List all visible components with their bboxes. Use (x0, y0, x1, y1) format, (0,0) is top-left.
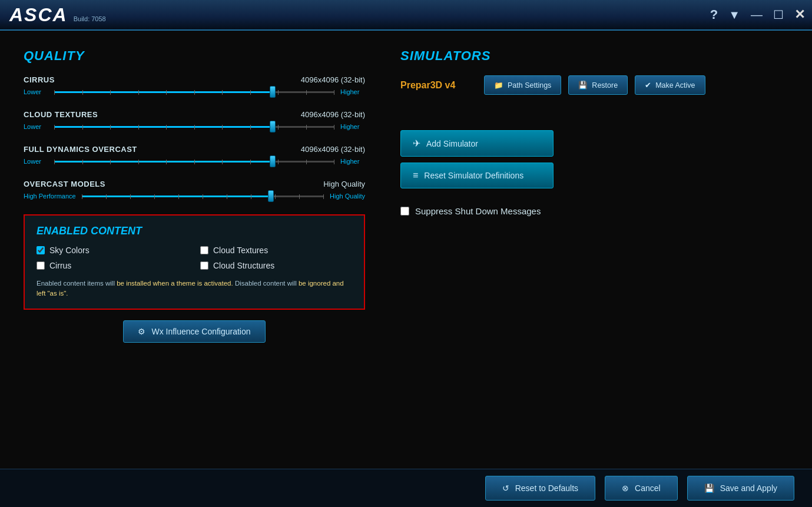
cirrus-high: Higher (340, 88, 365, 95)
note-highlight1: be installed when a theme is activated. (115, 280, 233, 287)
enabled-note: Enabled content items will be installed … (37, 279, 352, 299)
wx-influence-button[interactable]: ⚙ Wx Influence Configuration (123, 320, 265, 343)
cloud-textures-ec-label: Cloud Textures (213, 246, 268, 255)
build-number: Build: 7058 (74, 15, 106, 22)
cloud-textures-low: Lower (24, 123, 48, 130)
cloud-textures-checkbox[interactable] (200, 246, 208, 254)
cloud-textures-label: CLOUD TEXTURES (24, 110, 98, 119)
overcast-models-label: OVERCAST MODELS (24, 180, 105, 188)
save-icon: 💾 (704, 483, 714, 493)
sliders-container: CIRRUS 4096x4096 (32-bit) Lower (24, 75, 365, 201)
full-dynamics-label: FULL DYNAMICS OVERCAST (24, 145, 137, 154)
full-dynamics-slider[interactable] (54, 156, 334, 167)
save-apply-label: Save and Apply (720, 483, 777, 493)
full-dynamics-slider-group: FULL DYNAMICS OVERCAST 4096x4096 (32-bit… (24, 145, 365, 167)
cloud-textures-slider[interactable] (54, 121, 334, 132)
cirrus-value: 4096x4096 (32-bit) (301, 75, 365, 84)
suppress-label: Suppress Shut Down Messages (415, 206, 541, 216)
checkbox-cloud-structures[interactable]: Cloud Structures (200, 261, 352, 270)
enabled-content-box: ENABLED CONTENT Sky Colors Cloud Texture… (24, 214, 365, 310)
restore-icon: 💾 (578, 81, 588, 90)
overcast-models-high: High Quality (330, 193, 365, 200)
suppress-checkbox[interactable] (400, 207, 409, 216)
note-text1: Enabled content items will (37, 280, 115, 287)
overcast-models-value: High Quality (323, 180, 365, 188)
note-text2: Disabled content will (233, 280, 297, 287)
reset-defaults-icon: ↺ (502, 483, 509, 493)
add-simulator-button[interactable]: ✈ Add Simulator (400, 130, 554, 157)
folder-icon: 📁 (494, 81, 503, 90)
window-controls: ? ▼ — ☐ ✕ (710, 7, 805, 22)
full-dynamics-low: Lower (24, 158, 48, 165)
maximize-icon[interactable]: ☐ (773, 8, 784, 22)
full-dynamics-high: Higher (340, 158, 365, 165)
cirrus-ec-label: Cirrus (49, 261, 71, 270)
cirrus-low: Lower (24, 88, 48, 95)
footer: ↺ Reset to Defaults ⊗ Cancel 💾 Save and … (0, 469, 812, 507)
make-active-button[interactable]: ✔ Make Active (635, 75, 705, 95)
overcast-models-slider-group: OVERCAST MODELS High Quality High Perfor… (24, 180, 365, 201)
cloud-textures-slider-group: CLOUD TEXTURES 4096x4096 (32-bit) Lower (24, 110, 365, 132)
checkbox-cirrus[interactable]: Cirrus (37, 261, 188, 270)
wx-button-row: ⚙ Wx Influence Configuration (24, 320, 365, 343)
checkbox-cloud-textures[interactable]: Cloud Textures (200, 246, 352, 255)
simulator-row: Prepar3D v4 📁 Path Settings 💾 Restore ✔ … (400, 75, 788, 95)
close-icon[interactable]: ✕ (794, 7, 805, 22)
cloud-structures-checkbox[interactable] (200, 261, 208, 270)
make-active-label: Make Active (655, 81, 695, 90)
sky-colors-label: Sky Colors (49, 246, 90, 255)
wx-label: Wx Influence Configuration (151, 327, 250, 336)
cloud-textures-high: Higher (340, 123, 365, 130)
minimize-icon[interactable]: — (751, 8, 763, 22)
checkbox-grid: Sky Colors Cloud Textures Cirrus Cloud S… (37, 246, 352, 270)
right-panel: SIMULATORS Prepar3D v4 📁 Path Settings 💾… (365, 48, 788, 469)
titlebar: ASCA Build: 7058 ? ▼ — ☐ ✕ (0, 0, 812, 31)
cirrus-slider[interactable] (54, 87, 334, 97)
cancel-button[interactable]: ⊗ Cancel (605, 476, 678, 501)
wx-icon: ⚙ (138, 327, 145, 336)
help-icon[interactable]: ? (710, 7, 718, 22)
full-dynamics-value: 4096x4096 (32-bit) (301, 145, 365, 154)
active-simulator-name: Prepar3D v4 (400, 80, 477, 91)
cloud-structures-label: Cloud Structures (213, 261, 274, 270)
main-content: QUALITY CIRRUS 4096x4096 (32-bit) Lower (0, 31, 812, 469)
cancel-icon: ⊗ (622, 483, 629, 493)
add-simulator-label: Add Simulator (426, 139, 478, 148)
suppress-row[interactable]: Suppress Shut Down Messages (400, 206, 788, 216)
dropdown-icon[interactable]: ▼ (728, 8, 740, 22)
reset-def-icon: ≡ (413, 170, 418, 181)
simulator-buttons: ✈ Add Simulator ≡ Reset Simulator Defini… (400, 130, 788, 188)
sky-colors-checkbox[interactable] (37, 246, 45, 254)
overcast-models-low: High Performance (24, 193, 76, 200)
restore-label: Restore (592, 81, 618, 90)
save-apply-button[interactable]: 💾 Save and Apply (687, 476, 794, 501)
quality-section-title: QUALITY (24, 48, 365, 64)
reset-defaults-label: Reset to Defaults (515, 483, 578, 493)
airplane-icon: ✈ (413, 138, 420, 149)
app-logo: ASCA (9, 4, 68, 26)
reset-definitions-label: Reset Simulator Definitions (424, 171, 523, 180)
enabled-content-title: ENABLED CONTENT (37, 225, 352, 237)
cirrus-label: CIRRUS (24, 75, 55, 84)
simulators-section-title: SIMULATORS (400, 48, 788, 64)
cirrus-checkbox[interactable] (37, 261, 45, 270)
overcast-models-slider[interactable] (82, 191, 324, 201)
path-settings-label: Path Settings (508, 81, 551, 90)
cloud-textures-value: 4096x4096 (32-bit) (301, 110, 365, 119)
reset-definitions-button[interactable]: ≡ Reset Simulator Definitions (400, 163, 554, 188)
restore-button[interactable]: 💾 Restore (568, 75, 628, 95)
checkbox-sky-colors[interactable]: Sky Colors (37, 246, 188, 255)
path-settings-button[interactable]: 📁 Path Settings (484, 75, 561, 95)
checkmark-icon: ✔ (645, 81, 651, 90)
left-panel: QUALITY CIRRUS 4096x4096 (32-bit) Lower (24, 48, 365, 469)
reset-defaults-button[interactable]: ↺ Reset to Defaults (485, 476, 595, 501)
cancel-label: Cancel (635, 483, 661, 493)
cirrus-slider-group: CIRRUS 4096x4096 (32-bit) Lower (24, 75, 365, 97)
